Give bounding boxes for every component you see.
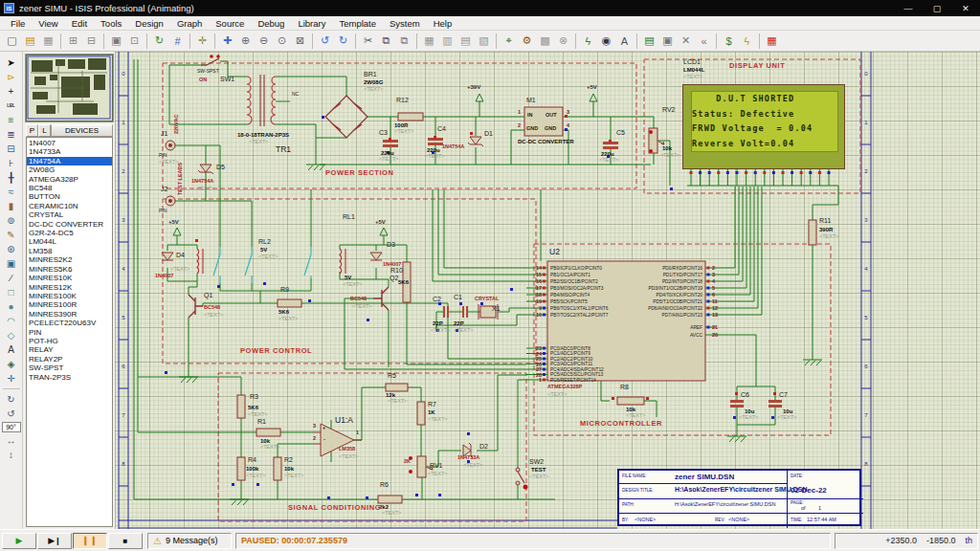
block-move-icon[interactable]: ▥: [439, 33, 457, 50]
symbol-2d-icon[interactable]: ◈: [2, 357, 20, 370]
menu-tools[interactable]: Tools: [94, 18, 128, 29]
menu-library[interactable]: Library: [291, 18, 332, 29]
device-item[interactable]: POT-HG: [27, 337, 112, 345]
print-icon[interactable]: ▣: [108, 33, 125, 50]
menu-view[interactable]: View: [32, 18, 64, 29]
device-item[interactable]: BUTTON: [27, 192, 112, 201]
bill-of-materials-icon[interactable]: $: [721, 33, 738, 50]
design-explorer-icon[interactable]: ▤: [641, 33, 658, 50]
device-item[interactable]: 1N4733A: [27, 147, 112, 156]
message-panel[interactable]: ⚠ 9 Message(s): [147, 533, 232, 549]
device-item[interactable]: CRYSTAL: [27, 210, 112, 219]
box-2d-icon[interactable]: □: [2, 285, 20, 298]
terminal-icon[interactable]: ⊦: [2, 156, 20, 169]
tape-recorder-icon[interactable]: ▮: [2, 199, 20, 212]
search-tag-icon[interactable]: ◉: [598, 33, 615, 50]
pick-devices-button[interactable]: P: [26, 124, 38, 137]
import-section-icon[interactable]: ⊞: [65, 33, 82, 50]
device-item[interactable]: RELAY: [27, 345, 112, 354]
device-pin-icon[interactable]: ╂: [2, 170, 20, 184]
device-item[interactable]: MINRES12K: [27, 283, 112, 292]
library-button[interactable]: L: [38, 124, 51, 137]
device-item[interactable]: DC-DC CONVERTER: [27, 220, 112, 229]
rotate-cw-icon[interactable]: ↻: [2, 392, 20, 406]
schematic-editor[interactable]: SW-SPSTONSW1220VACTR118-0-18TRAN-2P3S<TE…: [115, 52, 980, 529]
device-item[interactable]: MINRES2K2: [27, 255, 112, 264]
device-item[interactable]: 1N4754A: [27, 157, 112, 165]
menu-system[interactable]: System: [383, 18, 427, 29]
device-item[interactable]: TRAN-2P3S: [27, 373, 112, 382]
decompose-icon[interactable]: ⊗: [555, 33, 572, 50]
stop-button[interactable]: ■: [108, 533, 143, 549]
voltage-probe-icon[interactable]: ✎: [2, 228, 20, 241]
current-probe-icon[interactable]: ⊛: [2, 242, 20, 255]
property-assignment-icon[interactable]: A: [616, 33, 634, 50]
zoom-out-icon[interactable]: ⊖: [256, 33, 273, 50]
path-2d-icon[interactable]: ◇: [2, 328, 20, 342]
step-button[interactable]: ▶❙: [37, 533, 72, 549]
menu-debug[interactable]: Debug: [251, 18, 291, 29]
device-item[interactable]: BC548: [27, 184, 112, 192]
selection-mode-icon[interactable]: ➤: [2, 55, 20, 69]
device-item[interactable]: PCELECT220U63V: [27, 319, 112, 327]
rotate-ccw-icon[interactable]: ↺: [2, 407, 20, 420]
rotation-angle-input[interactable]: 90°: [2, 422, 21, 432]
device-item[interactable]: LM358: [27, 247, 112, 255]
menu-source[interactable]: Source: [209, 18, 251, 29]
device-item[interactable]: CERAMIC10N: [27, 202, 112, 210]
virtual-instrument-icon[interactable]: ▣: [2, 256, 20, 270]
schematic-overview[interactable]: [26, 55, 113, 121]
menu-edit[interactable]: Edit: [65, 18, 94, 29]
wire-label-icon[interactable]: LBL: [2, 99, 20, 112]
undo-icon[interactable]: ↺: [317, 33, 334, 50]
electrical-rule-check-icon[interactable]: ϟ: [739, 33, 756, 50]
zoom-all-icon[interactable]: ⊙: [274, 33, 291, 50]
text-2d-icon[interactable]: A: [2, 342, 20, 356]
new-sheet-icon[interactable]: ▣: [659, 33, 677, 50]
redo-icon[interactable]: ↻: [335, 33, 352, 50]
mirror-vertical-icon[interactable]: ↕: [2, 448, 20, 461]
menu-design[interactable]: Design: [128, 18, 170, 29]
block-copy-icon[interactable]: ▦: [421, 33, 438, 50]
copy-icon[interactable]: ⧉: [378, 33, 395, 50]
device-item[interactable]: RELAY2P: [27, 355, 112, 364]
zoom-in-icon[interactable]: ⊕: [237, 33, 255, 50]
zoom-area-icon[interactable]: ⊠: [292, 33, 309, 50]
device-item[interactable]: MINRES390R: [27, 310, 112, 319]
remove-sheet-icon[interactable]: ✕: [678, 33, 695, 50]
device-item[interactable]: LM044L: [27, 237, 112, 246]
device-item[interactable]: 1N4007: [27, 139, 112, 147]
false-origin-icon[interactable]: ✛: [194, 33, 212, 50]
maximize-button[interactable]: ▢: [923, 0, 951, 16]
device-item[interactable]: 2W08G: [27, 165, 112, 174]
pick-device-icon[interactable]: ⌖: [501, 33, 518, 50]
device-item[interactable]: MINRES100K: [27, 292, 112, 300]
minimize-button[interactable]: —: [894, 0, 923, 16]
pause-button[interactable]: ❙❙: [73, 533, 107, 549]
mark-output-area-icon[interactable]: ⊡: [126, 33, 144, 50]
circle-2d-icon[interactable]: ●: [2, 299, 20, 313]
component-mode-icon[interactable]: ⊳: [2, 70, 20, 83]
device-item[interactable]: PIN: [27, 328, 112, 337]
paste-icon[interactable]: ⧉: [396, 33, 413, 50]
new-design-icon[interactable]: ▢: [4, 33, 21, 50]
wire-autorouter-icon[interactable]: ϟ: [580, 33, 597, 50]
text-script-icon[interactable]: ≡: [2, 113, 20, 126]
device-item[interactable]: MINRES5K6: [27, 265, 112, 274]
block-delete-icon[interactable]: ▧: [476, 33, 493, 50]
menu-template[interactable]: Template: [332, 18, 383, 29]
make-device-icon[interactable]: ⚙: [519, 33, 536, 50]
mirror-horizontal-icon[interactable]: ↔: [2, 433, 20, 447]
menu-graph[interactable]: Graph: [170, 18, 209, 29]
device-item[interactable]: MINRES10K: [27, 274, 112, 282]
device-item[interactable]: ATMEGA328P: [27, 175, 112, 184]
pan-icon[interactable]: ✚: [219, 33, 236, 50]
generator-icon[interactable]: ⊚: [2, 213, 20, 227]
netlist-to-ares-icon[interactable]: ▦: [764, 33, 781, 50]
junction-dot-icon[interactable]: +: [2, 84, 20, 98]
bus-icon[interactable]: ≣: [2, 127, 20, 141]
goto-sheet-icon[interactable]: «: [696, 33, 713, 50]
line-2d-icon[interactable]: ∕: [2, 271, 20, 284]
open-design-icon[interactable]: ▤: [22, 33, 39, 50]
menu-help[interactable]: Help: [427, 18, 459, 29]
